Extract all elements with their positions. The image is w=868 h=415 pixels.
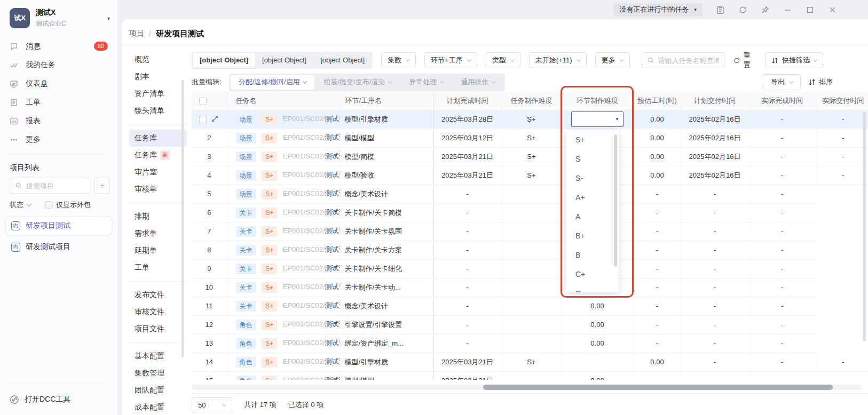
nav-scrollbar[interactable]	[182, 80, 184, 357]
project-nav-item[interactable]: 概览	[129, 51, 187, 68]
project-nav-item[interactable]: 延期单	[129, 242, 187, 259]
expand-icon[interactable]	[211, 115, 218, 124]
project-nav-item[interactable]: 镜头清单	[129, 102, 187, 119]
sort-button[interactable]: 排序	[808, 77, 833, 87]
table-row[interactable]: 5 场景 S+ EP001/SC02/测试资产A 概念/美术设计 - 0.00	[192, 185, 868, 203]
table-row[interactable]: 14 角色 S+ EP003/SC02/测试资产C 模型/引擎材质 2025年0…	[192, 353, 868, 371]
stage-difficulty-cell[interactable]	[501, 315, 562, 334]
sidebar-item-my-tasks[interactable]: 我的任务	[0, 55, 117, 74]
table-horizontal-scrollbar[interactable]	[483, 385, 833, 390]
sidebar-item-dashboard[interactable]: 仪表盘	[0, 74, 117, 93]
project-nav-item[interactable]: 任务库 新	[129, 147, 187, 164]
stage-difficulty-cell[interactable]	[501, 203, 562, 222]
stage-difficulty-cell[interactable]	[501, 222, 562, 241]
dropdown-option[interactable]: A+	[566, 188, 619, 207]
dropdown-option[interactable]: C	[566, 284, 619, 292]
minimize-icon[interactable]	[783, 5, 792, 14]
table-row[interactable]: 3 场景 S+ EP001/SC02/测试资产A 模型/简模 2025年03月2…	[192, 147, 868, 166]
stage-difficulty-cell[interactable]	[501, 241, 562, 259]
project-nav-item[interactable]: 审片室	[129, 164, 187, 181]
open-dcc-tool-button[interactable]: 打开DCC工具	[0, 387, 117, 415]
table-row[interactable]: 9 关卡 S+ EP001/SC02/测试资产B 关卡制作/关卡细化 - 0.0…	[192, 259, 868, 278]
filter-dropdown[interactable]: 类型	[486, 52, 520, 68]
project-nav-item[interactable]	[129, 281, 187, 282]
column-header[interactable]: 实际交付时间	[816, 92, 868, 110]
filter-dropdown[interactable]: 更多	[595, 52, 630, 68]
table-row[interactable]: 8 关卡 S+ EP001/SC02/测试资产B 关卡制作/关卡方案 - 0.0…	[192, 241, 868, 259]
batch-action-dropdown[interactable]: 通用操作	[453, 75, 503, 90]
table-row[interactable]: 2 场景 S+ EP001/SC02/测试资产A 模型/模型 2025年03月1…	[192, 129, 868, 147]
stage-difficulty-cell[interactable]	[562, 353, 633, 371]
row-checkbox[interactable]	[199, 116, 207, 123]
page-size-select[interactable]: 50	[192, 397, 232, 412]
stage-difficulty-cell[interactable]	[501, 185, 562, 203]
project-nav-item[interactable]: 排期	[129, 208, 187, 225]
table-row[interactable]: 13 角色 S+ EP003/SC02/测试资产C 绑定/资产绑定_m... -…	[192, 334, 868, 353]
sidebar-item-messages[interactable]: 消息 60	[0, 37, 117, 55]
project-nav-item[interactable]: 需求单	[129, 225, 187, 242]
project-nav-item[interactable]	[129, 342, 187, 343]
sidebar-item-more[interactable]: 更多	[0, 130, 117, 149]
dropdown-option[interactable]: S-	[566, 169, 619, 188]
stage-difficulty-cell[interactable]	[501, 371, 562, 380]
project-nav-item[interactable]: 团队配置	[129, 382, 187, 399]
project-list-item[interactable]: 内 研发测试项目	[5, 237, 112, 257]
dropdown-option[interactable]: A	[566, 207, 619, 226]
column-header[interactable]: 环节/工序名	[340, 92, 433, 110]
reset-button[interactable]: 重置	[733, 51, 756, 70]
stage-difficulty-cell[interactable]	[501, 334, 562, 353]
column-header[interactable]: 环节制作难度	[562, 92, 633, 110]
running-task-status-button[interactable]: 没有正在进行中的任务 ▾	[613, 3, 703, 17]
project-nav-item[interactable]: 审核文件	[129, 304, 187, 321]
pin-icon[interactable]	[760, 5, 770, 14]
table-row[interactable]: 11 关卡 S+ EP001/SC02/测试资产B 概念/美术设计 - 0.00	[192, 297, 868, 315]
sidebar-item-reports[interactable]: 报表	[0, 111, 117, 130]
project-nav-item[interactable]: 项目文件	[129, 321, 187, 338]
project-nav-item[interactable]	[129, 203, 187, 203]
dropdown-option[interactable]: S	[566, 149, 619, 169]
project-nav-item[interactable]: 工单	[129, 259, 187, 276]
segmented-option[interactable]: [object Object]	[313, 53, 372, 68]
project-nav-item[interactable]: 审核单	[129, 181, 187, 198]
select-all-checkbox[interactable]	[199, 98, 207, 105]
difficulty-select[interactable]: ▼	[571, 111, 624, 127]
project-nav-item[interactable]: 资产清单	[129, 85, 187, 102]
project-nav-item[interactable]: 集数管理	[129, 365, 187, 382]
filter-dropdown[interactable]: 环节+工序	[424, 52, 477, 68]
table-row-selected[interactable]: 场景 S+ EP001/SC02/测试资产A 模型/引擎材质 2025年03月2…	[192, 110, 868, 129]
outsource-only-checkbox[interactable]	[45, 201, 52, 209]
batch-action-dropdown[interactable]: 组装/提交/发布/渲染	[315, 75, 400, 90]
breadcrumb-parent[interactable]: 项目	[129, 29, 144, 38]
project-search[interactable]	[10, 178, 90, 194]
table-row[interactable]: 10 关卡 S+ EP001/SC02/测试资产B 关卡制作/关卡动... - …	[192, 278, 868, 297]
project-nav-item[interactable]: 基本配置	[129, 348, 187, 365]
column-header[interactable]: 任务名	[227, 92, 340, 110]
column-header[interactable]: 计划交付时间	[681, 92, 748, 110]
segmented-option[interactable]: [object Object]	[193, 53, 255, 68]
project-list-item[interactable]: 内 研发项目测试	[5, 216, 112, 235]
maximize-icon[interactable]	[805, 5, 815, 14]
sidebar-item-work-orders[interactable]: 工单	[0, 93, 117, 111]
dropdown-scrollbar[interactable]	[614, 134, 617, 267]
status-filter[interactable]: 状态	[10, 200, 23, 210]
column-header[interactable]: 任务制作难度	[501, 92, 562, 110]
task-search[interactable]	[642, 52, 724, 68]
dropdown-option[interactable]: B	[566, 245, 619, 265]
project-nav-item[interactable]: 发布文件	[129, 286, 187, 304]
dropdown-option[interactable]: C+	[566, 265, 619, 284]
stage-difficulty-cell[interactable]	[501, 259, 562, 278]
project-nav-item[interactable]: 任务库	[129, 130, 187, 147]
export-button[interactable]: 导出	[763, 74, 801, 90]
add-project-button[interactable]: +	[94, 178, 110, 194]
project-nav-item[interactable]: 剧本	[129, 68, 187, 85]
stage-difficulty-cell[interactable]	[501, 297, 562, 315]
stage-difficulty-cell[interactable]	[501, 278, 562, 297]
batch-action-dropdown[interactable]: 分配/返修/撤回/启用	[231, 75, 315, 90]
refresh-icon[interactable]	[738, 5, 747, 14]
project-search-input[interactable]	[26, 182, 85, 190]
table-row[interactable]: 6 关卡 S+ EP001/SC02/测试资产B 关卡制作/关卡简模 - 0.0…	[192, 203, 868, 222]
segmented-option[interactable]: [object Object]	[255, 53, 313, 68]
column-header[interactable]: 实际完成时间	[748, 92, 816, 110]
task-board-icon[interactable]	[715, 5, 725, 14]
column-header[interactable]: 计划完成时间	[433, 92, 501, 110]
